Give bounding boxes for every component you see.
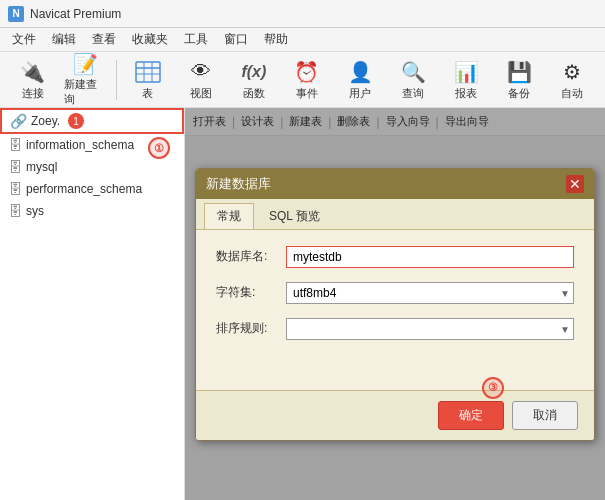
report-icon: 📊 (452, 59, 480, 85)
collation-select-wrap: ▼ (286, 318, 574, 340)
db-icon-1: 🗄 (8, 137, 22, 153)
event-button[interactable]: ⏰ 事件 (282, 56, 331, 104)
sidebar-item-zoey[interactable]: 🔗 Zoey. 1 (0, 108, 184, 134)
menu-window[interactable]: 窗口 (216, 29, 256, 50)
dialog-body: 数据库名: 字符集: ▼ 排序规则: (196, 230, 594, 390)
function-button[interactable]: f(x) 函数 (229, 56, 278, 104)
modal-overlay: 新建数据库 ✕ 常规 SQL 预览 数据库名: 字符集: (185, 108, 605, 500)
auto-label: 自动 (561, 86, 583, 101)
new-query-button[interactable]: 📝 新建查询 (61, 56, 110, 104)
toolbar: 🔌 连接 📝 新建查询 表 👁 视图 f(x) 函数 ⏰ 事件 👤 用户 (0, 52, 605, 108)
charset-label: 字符集: (216, 284, 286, 301)
menu-bar: 文件 编辑 查看 收藏夹 工具 窗口 帮助 (0, 28, 605, 52)
sidebar-performance-schema-label: performance_schema (26, 182, 142, 196)
collation-select[interactable] (286, 318, 574, 340)
table-button[interactable]: 表 (123, 56, 172, 104)
auto-icon: ⚙ (558, 59, 586, 85)
view-label: 视图 (190, 86, 212, 101)
table-label: 表 (142, 86, 153, 101)
menu-tools[interactable]: 工具 (176, 29, 216, 50)
auto-button[interactable]: ⚙ 自动 (548, 56, 597, 104)
menu-favorites[interactable]: 收藏夹 (124, 29, 176, 50)
connect-button[interactable]: 🔌 连接 (8, 56, 57, 104)
sidebar-item-mysql[interactable]: 🗄 mysql (0, 156, 184, 178)
dbname-label: 数据库名: (216, 248, 286, 265)
backup-icon: 💾 (505, 59, 533, 85)
charset-input[interactable] (286, 282, 574, 304)
cancel-button[interactable]: 取消 (512, 401, 578, 430)
query-label: 查询 (402, 86, 424, 101)
dialog-tabs: 常规 SQL 预览 (196, 199, 594, 230)
svg-rect-0 (136, 62, 160, 82)
event-label: 事件 (296, 86, 318, 101)
dialog-footer: 确定 取消 ③ (196, 390, 594, 440)
charset-select-wrap: ▼ (286, 282, 574, 304)
dialog-tab-general[interactable]: 常规 (204, 203, 254, 229)
query-button[interactable]: 🔍 查询 (389, 56, 438, 104)
form-row-dbname: 数据库名: (216, 246, 574, 268)
sidebar-sys-label: sys (26, 204, 44, 218)
collation-label: 排序规则: (216, 320, 286, 337)
sidebar: 🔗 Zoey. 1 🗄 information_schema 🗄 mysql 🗄… (0, 108, 185, 500)
db-icon-2: 🗄 (8, 159, 22, 175)
dialog-title: 新建数据库 (206, 175, 271, 193)
connect-label: 连接 (22, 86, 44, 101)
function-label: 函数 (243, 86, 265, 101)
user-button[interactable]: 👤 用户 (336, 56, 385, 104)
table-icon (134, 59, 162, 85)
sidebar-item-information-schema[interactable]: 🗄 information_schema (0, 134, 184, 156)
app-title: Navicat Premium (30, 7, 121, 21)
main-area: 🔗 Zoey. 1 🗄 information_schema 🗄 mysql 🗄… (0, 108, 605, 500)
form-row-charset: 字符集: ▼ (216, 282, 574, 304)
sidebar-item-sys[interactable]: 🗄 sys (0, 200, 184, 222)
toolbar-separator-1 (116, 60, 117, 100)
backup-label: 备份 (508, 86, 530, 101)
event-icon: ⏰ (293, 59, 321, 85)
title-bar: N Navicat Premium (0, 0, 605, 28)
backup-button[interactable]: 💾 备份 (495, 56, 544, 104)
user-label: 用户 (349, 86, 371, 101)
menu-file[interactable]: 文件 (4, 29, 44, 50)
new-database-dialog: 新建数据库 ✕ 常规 SQL 预览 数据库名: 字符集: (195, 168, 595, 441)
report-button[interactable]: 📊 报表 (442, 56, 491, 104)
content-area: 打开表 | 设计表 | 新建表 | 删除表 | 导入向导 | 导出向导 新建数据… (185, 108, 605, 500)
view-icon: 👁 (187, 59, 215, 85)
connect-icon: 🔌 (19, 59, 47, 85)
sidebar-mysql-label: mysql (26, 160, 57, 174)
new-query-label: 新建查询 (64, 77, 107, 107)
query-icon: 🔍 (399, 59, 427, 85)
confirm-button[interactable]: 确定 (438, 401, 504, 430)
dialog-title-bar: 新建数据库 ✕ (196, 169, 594, 199)
menu-edit[interactable]: 编辑 (44, 29, 84, 50)
function-icon: f(x) (240, 59, 268, 85)
dbname-input[interactable] (286, 246, 574, 268)
sidebar-item-performance-schema[interactable]: 🗄 performance_schema (0, 178, 184, 200)
dialog-close-button[interactable]: ✕ (566, 175, 584, 193)
db-icon-4: 🗄 (8, 203, 22, 219)
dialog-tab-sql-preview[interactable]: SQL 预览 (256, 203, 333, 229)
user-icon: 👤 (346, 59, 374, 85)
menu-help[interactable]: 帮助 (256, 29, 296, 50)
app-logo: N (8, 6, 24, 22)
new-query-icon: 📝 (72, 52, 100, 76)
db-icon-3: 🗄 (8, 181, 22, 197)
form-row-collation: 排序规则: ▼ (216, 318, 574, 340)
sidebar-zoey-label: Zoey. (31, 114, 60, 128)
sidebar-badge-zoey: 1 (68, 113, 84, 129)
connection-icon: 🔗 (10, 113, 27, 129)
sidebar-information-schema-label: information_schema (26, 138, 134, 152)
view-button[interactable]: 👁 视图 (176, 56, 225, 104)
report-label: 报表 (455, 86, 477, 101)
menu-view[interactable]: 查看 (84, 29, 124, 50)
